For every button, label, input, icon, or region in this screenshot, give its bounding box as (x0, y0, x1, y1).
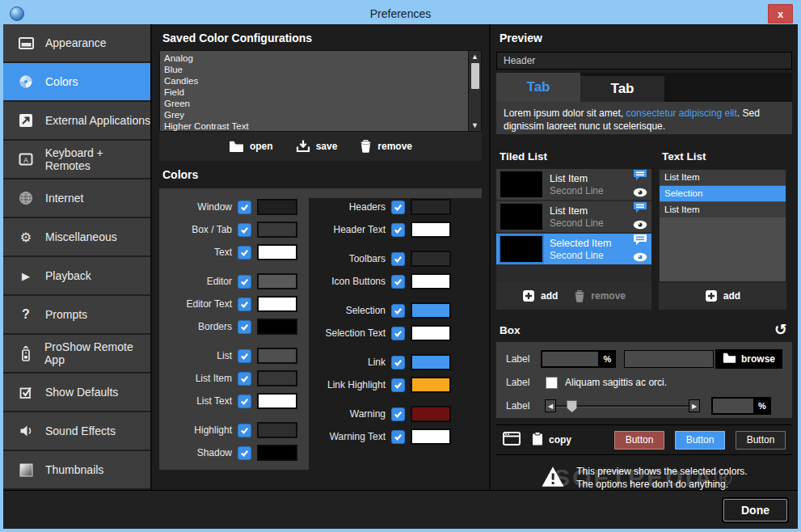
sidebar-item-thumbnails[interactable]: Thumbnails (3, 451, 150, 488)
sidebar-item-external-applications[interactable]: External Applications (3, 102, 150, 139)
config-list-item[interactable]: Field (164, 87, 481, 98)
slider[interactable]: ◀ ▶ (545, 399, 700, 413)
color-swatch[interactable] (411, 325, 451, 341)
checkbox-checked[interactable] (238, 349, 251, 363)
config-list-item[interactable]: Blue (164, 64, 481, 75)
slider-left-icon[interactable]: ◀ (545, 399, 556, 412)
sidebar-item-proshow-remote-app[interactable]: ProShow Remote App (3, 335, 150, 372)
checkbox-checked[interactable] (391, 378, 405, 392)
save-button[interactable]: save (296, 140, 338, 153)
color-swatch[interactable] (411, 429, 451, 445)
scroll-up-icon[interactable]: ▲ (471, 51, 478, 62)
color-swatch[interactable] (411, 406, 451, 422)
sidebar-item-playback[interactable]: ▶ Playback (3, 257, 150, 294)
add-button[interactable]: add (522, 289, 558, 302)
checkbox-checked[interactable] (391, 201, 405, 214)
config-list-item[interactable]: Grey (164, 109, 481, 120)
sidebar-item-keyboard-remotes[interactable]: A Keyboard + Remotes (3, 141, 150, 178)
checkbox-checked[interactable] (391, 327, 405, 340)
checkbox-checked[interactable] (238, 320, 251, 334)
tiled-list-item-selected[interactable]: Selected ItemSecond Line (496, 234, 651, 264)
percent-input[interactable]: % (541, 350, 617, 368)
text-list-item-selected[interactable]: Selection (660, 186, 786, 201)
tab-inactive[interactable]: Tab (580, 76, 664, 102)
add-button[interactable]: add (705, 289, 740, 302)
checkbox-checked[interactable] (238, 424, 251, 437)
scrollbar-thumb[interactable] (471, 63, 479, 89)
eye-icon[interactable] (633, 218, 647, 233)
tiled-list-item[interactable]: List ItemSecond Line (496, 201, 651, 232)
color-swatch[interactable] (257, 296, 297, 312)
text-input[interactable] (624, 350, 714, 368)
checkbox-checked[interactable] (238, 372, 251, 386)
color-swatch[interactable] (411, 251, 451, 267)
color-swatch[interactable] (257, 199, 297, 215)
config-list-item[interactable]: Higher Contrast Text (164, 120, 481, 132)
reset-icon[interactable]: ↺ (774, 323, 787, 337)
checkbox-checked[interactable] (238, 275, 251, 289)
checkbox-checked[interactable] (238, 395, 251, 408)
config-list-item[interactable]: Candles (164, 75, 481, 87)
checkbox-checked[interactable] (391, 275, 405, 289)
preview-button-default[interactable]: Button (736, 431, 786, 450)
done-button[interactable]: Done (723, 499, 787, 521)
color-swatch[interactable] (257, 222, 297, 238)
checkbox-checked[interactable] (238, 246, 251, 260)
tab-active[interactable]: Tab (496, 73, 580, 102)
checkbox-checked[interactable] (238, 223, 251, 237)
checkbox-checked[interactable] (391, 430, 405, 444)
config-list-item[interactable]: Analog (164, 53, 481, 64)
checkbox-checked[interactable] (391, 356, 405, 369)
checkbox-checked[interactable] (391, 252, 405, 266)
color-swatch[interactable] (411, 199, 451, 215)
copy-button[interactable]: copy (532, 432, 571, 448)
checkbox-checked[interactable] (391, 223, 405, 237)
sidebar-item-miscellaneous[interactable]: ⚙ Miscellaneous (3, 218, 150, 255)
slider-right-icon[interactable]: ▶ (689, 399, 700, 412)
preview-link[interactable]: consectetur adipiscing elit (626, 108, 736, 119)
color-swatch[interactable] (257, 370, 297, 386)
checkbox-checked[interactable] (238, 446, 251, 460)
sidebar-item-prompts[interactable]: ? Prompts (3, 296, 150, 333)
checkbox-checked[interactable] (391, 407, 405, 421)
color-swatch[interactable] (257, 422, 297, 438)
window-icon[interactable] (503, 432, 521, 449)
percent-spinner[interactable]: % (711, 397, 771, 415)
color-swatch[interactable] (257, 445, 297, 461)
color-swatch[interactable] (257, 244, 297, 260)
text-list-item[interactable]: List Item (660, 170, 786, 185)
color-swatch[interactable] (257, 273, 297, 289)
checkbox-checked[interactable] (238, 201, 251, 214)
eye-icon[interactable] (633, 251, 647, 265)
comment-bubble-icon[interactable] (633, 234, 647, 249)
sidebar-item-show-defaults[interactable]: Show Defaults (3, 374, 150, 411)
text-list-item[interactable]: List Item (660, 202, 786, 217)
color-swatch[interactable] (411, 302, 451, 319)
sidebar-item-internet[interactable]: Internet (3, 179, 150, 217)
color-swatch[interactable] (411, 377, 451, 393)
preview-button-warning[interactable]: Button (614, 431, 664, 450)
scroll-down-icon[interactable]: ▼ (471, 120, 478, 131)
tiled-list-item[interactable]: List ItemSecond Line (496, 169, 651, 200)
checkbox-checked[interactable] (238, 298, 251, 311)
slider-thumb[interactable] (567, 400, 577, 412)
sidebar-item-appearance[interactable]: Appearance (3, 24, 150, 61)
eye-icon[interactable] (633, 186, 647, 201)
comment-bubble-icon[interactable] (633, 201, 647, 217)
checkbox-checked[interactable] (391, 304, 405, 318)
preview-button-selection[interactable]: Button (675, 431, 725, 450)
color-swatch[interactable] (257, 348, 297, 364)
config-list-item[interactable]: Green (164, 98, 481, 109)
sidebar-item-colors[interactable]: Colors (3, 63, 150, 100)
color-swatch[interactable] (411, 222, 451, 238)
saved-configs-list[interactable]: Analog Blue Candles Field Green Grey Hig… (159, 50, 482, 132)
remove-button-disabled[interactable]: remove (574, 290, 626, 302)
sidebar-item-sound-effects[interactable]: Sound Effects (3, 412, 150, 450)
open-button[interactable]: open (229, 141, 273, 152)
color-swatch[interactable] (257, 393, 297, 409)
remove-button[interactable]: remove (360, 140, 412, 153)
color-swatch[interactable] (257, 319, 297, 335)
checkbox-unchecked[interactable] (546, 377, 558, 389)
color-swatch[interactable] (411, 273, 451, 289)
scrollbar[interactable]: ▲ ▼ (468, 51, 481, 131)
